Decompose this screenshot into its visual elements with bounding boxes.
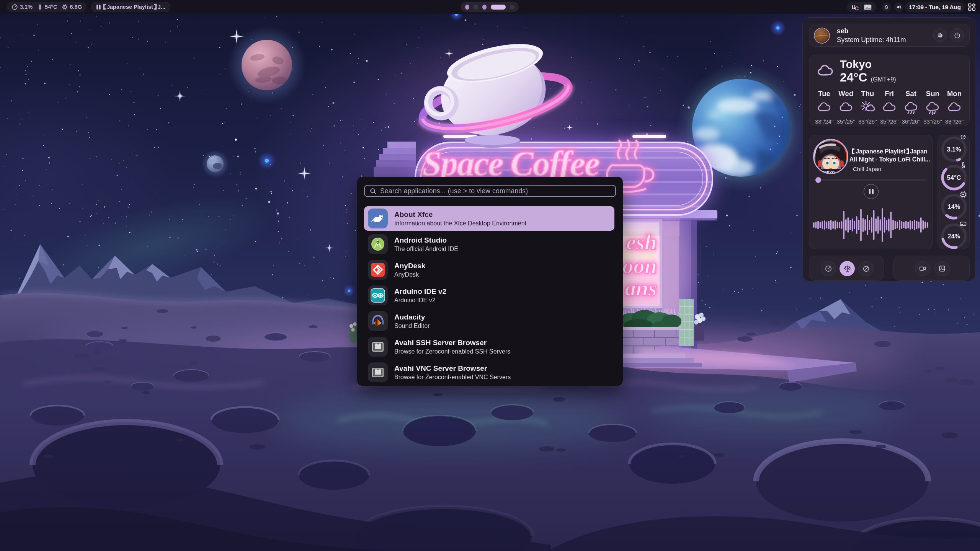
svg-text:ans: ans [625, 276, 657, 300]
svg-text:14%: 14% [947, 203, 960, 210]
svg-text:oon: oon [622, 253, 657, 278]
svg-text:24%: 24% [947, 233, 960, 240]
svg-text:3.1%: 3.1% [947, 146, 961, 153]
svg-text:54°C: 54°C [947, 174, 961, 181]
